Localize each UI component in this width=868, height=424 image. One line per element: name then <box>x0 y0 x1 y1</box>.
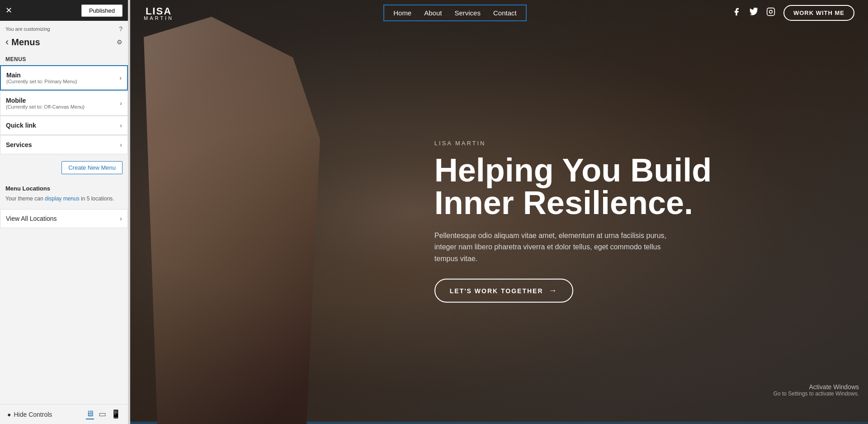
menu-name-services: Services <box>6 141 32 148</box>
lets-work-label: LET'S WORK TOGETHER <box>450 287 543 294</box>
customizing-bar: You are customizing ? <box>0 21 128 34</box>
create-new-menu-button[interactable]: Create New Menu <box>61 161 123 174</box>
close-button[interactable]: ✕ <box>5 5 12 15</box>
nav-link-home[interactable]: Home <box>393 9 411 17</box>
menu-locations-section: Menu Locations Your theme can display me… <box>0 181 128 209</box>
menu-locations-title: Menu Locations <box>5 185 123 192</box>
facebook-icon[interactable] <box>732 7 741 19</box>
logo-surname: MARTIN <box>144 15 174 21</box>
menus-section-label: Menus <box>0 52 128 65</box>
desktop-icon[interactable]: 🖥 <box>86 409 94 419</box>
section-title: Menus <box>11 37 117 48</box>
device-icons: 🖥 ▭ 📱 <box>86 409 121 419</box>
chevron-right-icon: › <box>119 74 122 81</box>
customizer-panel: ✕ Published You are customizing ? ‹ Menu… <box>0 0 128 424</box>
site-logo: LISA MARTIN <box>144 5 174 21</box>
nav-right: WORK WITH ME <box>732 5 854 21</box>
back-button[interactable]: ‹ <box>5 36 9 48</box>
site-nav: LISA MARTIN Home About Services Contact … <box>130 0 868 26</box>
view-all-locations-item[interactable]: View All Locations › <box>0 209 128 228</box>
menu-item-mobile[interactable]: Mobile (Currently set to: Off-Canvas Men… <box>0 91 128 115</box>
menu-item-main[interactable]: Main (Currently set to: Primary Menu) › <box>0 65 128 91</box>
nav-link-contact[interactable]: Contact <box>493 9 517 17</box>
twitter-icon[interactable] <box>749 7 758 19</box>
help-icon[interactable]: ? <box>119 25 123 33</box>
website-preview: LISA MARTIN Home About Services Contact … <box>130 0 868 424</box>
display-menus-link[interactable]: display menus <box>45 195 80 202</box>
customizing-label: You are customizing <box>5 26 50 32</box>
hero-title-line2: Inner Resilience. <box>434 184 693 220</box>
gear-button[interactable]: ⚙ <box>117 38 123 46</box>
chevron-right-icon: › <box>120 100 122 107</box>
hero-title: Helping You Build Inner Resilience. <box>434 153 822 219</box>
menu-sub-mobile: (Currently set to: Off-Canvas Menu) <box>6 104 85 110</box>
activate-windows-sub: Go to Settings to activate Windows. <box>774 391 859 397</box>
mobile-icon[interactable]: 📱 <box>111 409 121 419</box>
instagram-icon[interactable] <box>766 7 775 19</box>
topbar: ✕ Published <box>0 0 128 21</box>
lets-work-together-button[interactable]: LET'S WORK TOGETHER → <box>434 279 573 303</box>
eye-icon: ● <box>7 411 11 418</box>
hide-controls-button[interactable]: ● Hide Controls <box>7 411 52 418</box>
menu-locations-desc: Your theme can display menus in 5 locati… <box>5 195 123 203</box>
menu-item-services[interactable]: Services › <box>0 135 128 154</box>
activate-windows-notice: Activate Windows Go to Settings to activ… <box>774 383 859 397</box>
work-with-me-button[interactable]: WORK WITH ME <box>783 5 854 21</box>
tablet-icon[interactable]: ▭ <box>99 409 106 419</box>
hero-title-line1: Helping You Build <box>434 152 712 188</box>
create-new-menu-row: Create New Menu <box>0 155 128 181</box>
svg-rect-0 <box>767 8 775 16</box>
bottom-bar: ● Hide Controls 🖥 ▭ 📱 <box>0 404 128 424</box>
menu-name-main: Main <box>6 71 77 79</box>
hero-subtitle: LISA MARTIN <box>434 139 822 146</box>
nav-links-wrapper: Home About Services Contact <box>383 5 526 21</box>
menu-item-quicklink[interactable]: Quick link › <box>0 116 128 135</box>
activate-windows-title: Activate Windows <box>774 383 859 391</box>
hide-controls-label: Hide Controls <box>14 411 52 418</box>
published-button[interactable]: Published <box>81 5 123 17</box>
arrow-icon: → <box>549 286 558 295</box>
nav-link-about[interactable]: About <box>424 9 442 17</box>
chevron-right-icon: › <box>120 122 122 129</box>
menu-name-quicklink: Quick link <box>6 122 36 129</box>
hero-content: LISA MARTIN Helping You Build Inner Resi… <box>425 130 831 312</box>
nav-link-services[interactable]: Services <box>454 9 481 17</box>
menu-sub-main: (Currently set to: Primary Menu) <box>6 79 77 84</box>
menu-name-mobile: Mobile <box>6 97 85 104</box>
chevron-right-icon: › <box>120 215 122 222</box>
hero-description: Pellentesque odio aliquam vitae amet, el… <box>434 229 670 264</box>
chevron-right-icon: › <box>120 141 122 148</box>
view-all-locations-label: View All Locations <box>6 215 57 222</box>
